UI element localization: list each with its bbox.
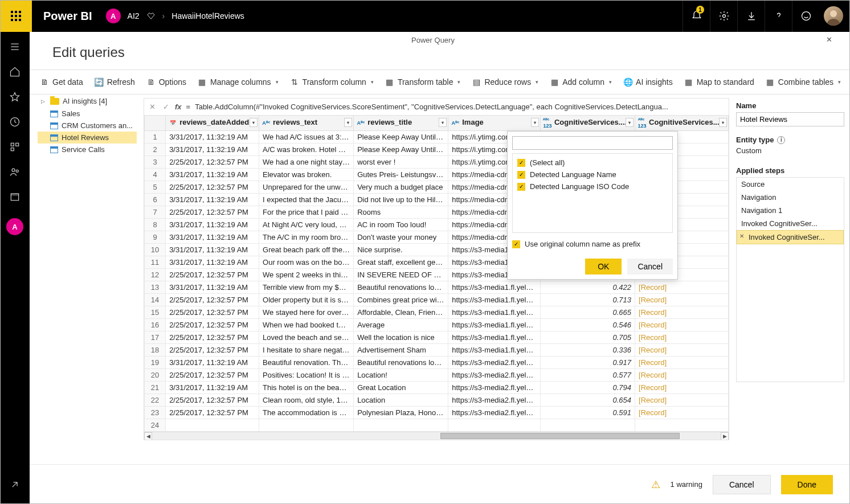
cell[interactable]: Please Keep Away Until Co... [354, 130, 448, 143]
cell[interactable]: 3/31/2017, 11:32:19 AM [166, 130, 259, 143]
cell[interactable]: Our room was on the bott... [259, 256, 354, 268]
cell[interactable]: 2/25/2017, 12:32:57 PM [166, 343, 259, 356]
nav-workspaces[interactable] [0, 185, 30, 210]
help-button[interactable] [765, 0, 792, 32]
combine-tables-button[interactable]: ▦Combine tables▾ [766, 77, 841, 87]
cell[interactable]: 2/25/2017, 12:32:57 PM [166, 181, 259, 193]
cell[interactable]: Location [354, 394, 448, 406]
cell-record[interactable]: [Record] [635, 293, 729, 306]
cell[interactable]: Average [354, 318, 448, 331]
cell[interactable]: https://s3-media1.fl.yelpcd... [448, 331, 541, 343]
cell[interactable]: https://s3-media1.fl.yelpcd... [448, 293, 541, 306]
notifications-button[interactable]: 1 [683, 0, 710, 32]
cell[interactable]: 2/25/2017, 12:32:57 PM [166, 293, 259, 306]
cell-record[interactable]: [Record] [635, 306, 729, 318]
cell[interactable]: Great staff, excellent getaw... [354, 256, 448, 268]
cell[interactable]: Did not live up to the Hilto... [354, 193, 448, 206]
cancel-button[interactable]: Cancel [627, 259, 673, 274]
popup-prefix-row[interactable]: ✓ Use original column name as prefix [512, 240, 673, 248]
popup-search-input[interactable] [512, 136, 673, 150]
cell[interactable]: 2/25/2017, 12:32:57 PM [166, 394, 259, 406]
reduce-rows-button[interactable]: ▤Reduce rows▾ [472, 77, 538, 87]
scroll-right-button[interactable]: ▶ [721, 432, 729, 440]
scroll-left-button[interactable]: ◀ [144, 432, 152, 440]
column-filter-button[interactable]: ▾ [719, 118, 727, 127]
queries-folder[interactable]: ▷ AI insights [4] [38, 95, 137, 108]
cell[interactable]: 0.654 [540, 394, 635, 406]
ok-button[interactable]: OK [585, 259, 622, 274]
cell-record[interactable]: [Record] [635, 406, 729, 419]
cell-record[interactable]: [Record] [635, 318, 729, 331]
query-item[interactable]: Sales [38, 108, 137, 120]
column-header[interactable]: ᴬᴮᶜ123CognitiveServices....▾ [635, 116, 729, 130]
table-row[interactable]: 202/25/2017, 12:32:57 PMPositives: Locat… [145, 368, 729, 381]
cell[interactable] [448, 419, 541, 431]
report-name[interactable]: HawaiiHotelReviews [171, 11, 244, 21]
column-filter-button[interactable]: ▾ [439, 118, 447, 127]
cell[interactable]: 2/25/2017, 12:32:57 PM [166, 406, 259, 419]
cell[interactable]: I expected that the Jacuzzi ... [259, 193, 354, 206]
cell[interactable]: 3/31/2017, 11:32:19 AM [166, 281, 259, 293]
popup-option-lang-name[interactable]: ✓Detected Language Name [517, 170, 668, 179]
cell[interactable] [540, 419, 635, 431]
cell[interactable]: Combines great price with ... [354, 293, 448, 306]
cell[interactable]: Polynesian Plaza, Honolulu [354, 406, 448, 419]
table-row[interactable]: 133/31/2017, 11:32:19 AMTerrible view fr… [145, 281, 729, 293]
table-row[interactable]: 24 [145, 419, 729, 431]
table-row[interactable]: 222/25/2017, 12:32:57 PMClean room, old … [145, 394, 729, 406]
cell[interactable]: 0.705 [540, 331, 635, 343]
cell[interactable]: The A/C in my room broke... [259, 231, 354, 243]
cell[interactable]: Loved the beach and service [259, 331, 354, 343]
cell[interactable]: worst ever ! [354, 155, 448, 168]
cell[interactable]: 2/25/2017, 12:32:57 PM [166, 318, 259, 331]
cell[interactable]: 3/31/2017, 11:32:19 AM [166, 256, 259, 268]
cell[interactable]: Beautiful renovations locat... [354, 281, 448, 293]
applied-step[interactable]: Navigation 1 [737, 204, 844, 217]
cell-record[interactable]: [Record] [635, 281, 729, 293]
nav-recent[interactable] [0, 109, 30, 134]
feedback-button[interactable] [792, 0, 819, 32]
query-item[interactable]: Service Calls [38, 144, 137, 155]
cell[interactable]: The accommodation is bas... [259, 406, 354, 419]
cell[interactable]: 0.422 [540, 281, 635, 293]
cell[interactable]: At Night A/C very loud, als... [259, 218, 354, 231]
warning-text[interactable]: 1 warning [671, 480, 702, 489]
cell-record[interactable] [635, 419, 729, 431]
cell-record[interactable]: [Record] [635, 394, 729, 406]
cell[interactable]: 0.336 [540, 343, 635, 356]
column-header[interactable]: Aᴮᶜreviews_title▾ [354, 116, 448, 130]
cell-record[interactable]: [Record] [635, 356, 729, 368]
nav-home[interactable] [0, 59, 30, 84]
query-item[interactable]: Hotel Reviews [38, 132, 137, 144]
cell[interactable]: I hesitate to share negative... [259, 343, 354, 356]
cell[interactable]: https://s3-media1.fl.yelpcd... [448, 318, 541, 331]
nav-getdata[interactable] [0, 472, 30, 497]
formula-text[interactable]: Table.AddColumn(#"Invoked CognitiveServi… [195, 103, 725, 111]
table-row[interactable]: 152/25/2017, 12:32:57 PMWe stayed here f… [145, 306, 729, 318]
nav-apps[interactable] [0, 134, 30, 159]
cell[interactable]: For the price that I paid for... [259, 206, 354, 218]
nav-shared[interactable] [0, 159, 30, 185]
refresh-button[interactable]: 🔄Refresh [95, 77, 135, 87]
cell[interactable]: We stayed here for over a ... [259, 306, 354, 318]
row-header-corner[interactable] [145, 116, 166, 130]
cell[interactable]: Very much a budget place [354, 181, 448, 193]
column-filter-button[interactable]: ▾ [531, 118, 539, 127]
cell[interactable]: 0.577 [540, 368, 635, 381]
column-filter-button[interactable]: ▾ [250, 118, 258, 127]
applied-step[interactable]: Invoked CognitiveSer... [737, 230, 844, 244]
applied-step[interactable]: Navigation [737, 191, 844, 204]
cell[interactable]: 0.794 [540, 381, 635, 394]
cell[interactable]: This hotel is on the beach ... [259, 381, 354, 394]
nav-favorites[interactable] [0, 84, 30, 109]
cell[interactable]: Advertisement Sham [354, 343, 448, 356]
table-row[interactable]: 172/25/2017, 12:32:57 PMLoved the beach … [145, 331, 729, 343]
cell[interactable]: Beautiful renovation. The h... [259, 356, 354, 368]
cell[interactable]: https://s3-media2.fl.yelpcd... [448, 394, 541, 406]
workspace-avatar[interactable]: A [106, 9, 121, 23]
cell[interactable]: Older property but it is su... [259, 293, 354, 306]
cell[interactable]: We spent 2 weeks in this h... [259, 268, 354, 281]
cell[interactable]: Please Keep Away Until Co... [354, 143, 448, 155]
cell[interactable]: Great Location [354, 381, 448, 394]
settings-button[interactable] [710, 0, 737, 32]
